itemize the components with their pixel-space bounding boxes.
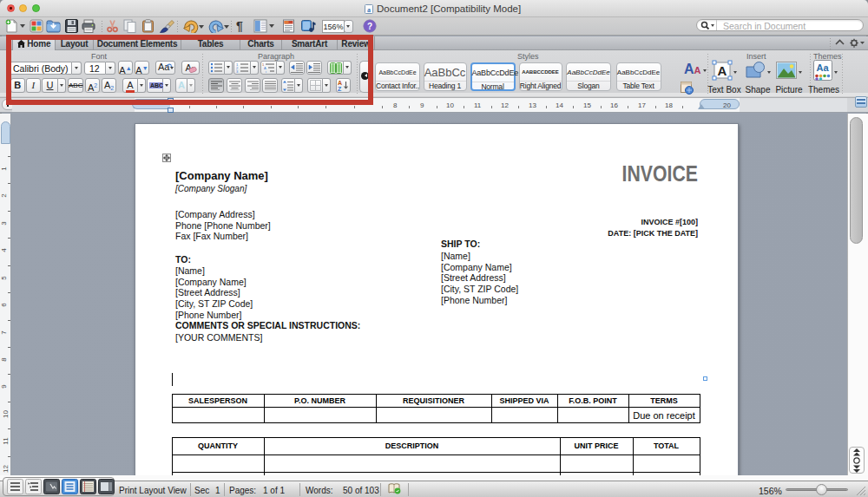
svg-text:?: ? [367, 22, 372, 31]
svg-text:A: A [718, 63, 727, 78]
svg-text:a: a [367, 6, 371, 14]
svg-text:Aa: Aa [816, 62, 829, 73]
